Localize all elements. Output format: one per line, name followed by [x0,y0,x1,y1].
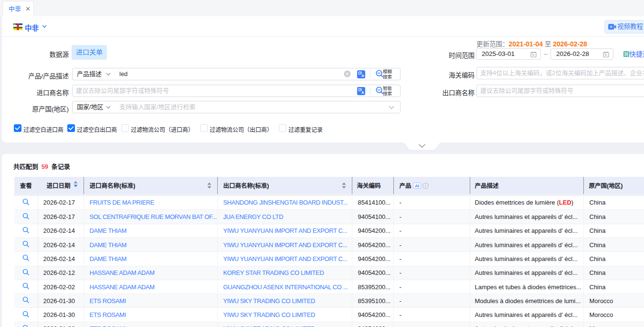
svg-text:A: A [361,74,364,78]
svg-text:A: A [361,90,364,95]
